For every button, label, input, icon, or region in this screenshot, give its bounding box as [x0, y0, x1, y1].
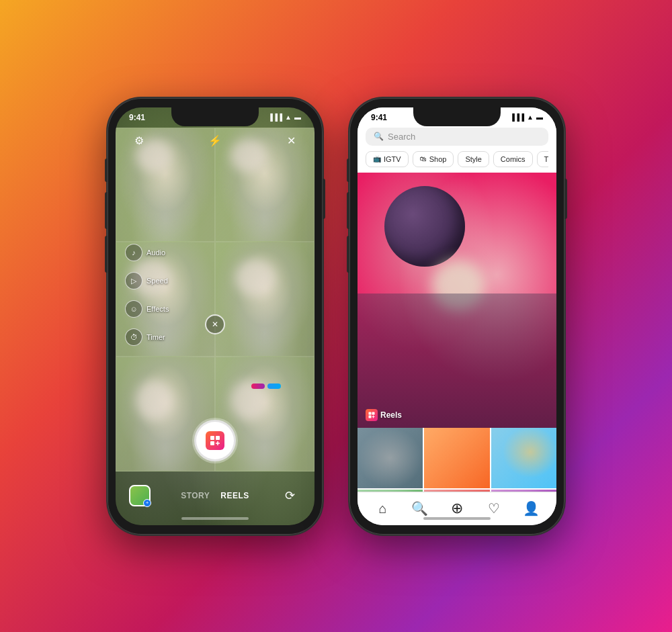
story-thumbnail: + — [129, 485, 151, 506]
wifi-icon-right: ▲ — [527, 114, 534, 121]
time-left: 9:41 — [129, 113, 145, 122]
search-placeholder: Search — [388, 132, 415, 142]
tv-movies-label: TV & Movie — [544, 155, 548, 163]
filter-tabs: 📺 IGTV 🛍 Shop Style Comics TV & Movie — [366, 151, 548, 173]
speed-icon: ▷ — [125, 272, 142, 289]
profile-button[interactable]: 👤 — [517, 495, 544, 522]
svg-rect-4 — [372, 412, 375, 414]
style-tab[interactable]: Style — [458, 151, 489, 167]
add-story-button[interactable]: + — [143, 499, 151, 507]
home-indicator-left — [181, 517, 249, 520]
igtv-label: IGTV — [384, 155, 401, 163]
svg-rect-2 — [210, 441, 214, 445]
timer-tool[interactable]: ⏱ Timer — [125, 328, 169, 346]
timer-label: Timer — [146, 333, 165, 341]
power-button-right[interactable] — [564, 179, 567, 219]
reels-tab[interactable]: REELS — [220, 491, 249, 500]
thumb-6[interactable] — [491, 490, 556, 492]
settings-button[interactable]: ⚙ — [129, 131, 149, 151]
notch — [171, 107, 259, 126]
thumbnail-grid — [358, 428, 556, 492]
reels-small-icon — [366, 409, 378, 421]
mute-button-right[interactable] — [347, 159, 349, 182]
svg-rect-1 — [216, 436, 220, 440]
effects-icon: ☺ — [125, 300, 142, 318]
effects-tool[interactable]: ☺ Effects — [125, 300, 169, 318]
camera-mode-tabs: STORY REELS — [181, 491, 249, 500]
battery-icon-right: ▬ — [536, 114, 543, 121]
close-camera-button[interactable]: ✕ — [281, 131, 301, 151]
featured-reels-image[interactable]: Reels — [358, 173, 556, 428]
home-nav-button[interactable]: ⌂ — [370, 495, 396, 522]
story-tab[interactable]: STORY — [181, 491, 210, 500]
status-icons-right: ▐▐▐ ▲ ▬ — [510, 114, 543, 121]
volume-down-button-right[interactable] — [347, 236, 349, 273]
explore-content: Reels — [358, 173, 556, 492]
audio-tool[interactable]: ♪ Audio — [125, 244, 169, 261]
close-icon: ✕ — [287, 134, 296, 147]
signal-icon-right: ▐▐▐ — [510, 114, 524, 121]
effects-label: Effects — [146, 305, 169, 313]
color-swipes — [251, 383, 281, 389]
record-button[interactable] — [194, 420, 236, 461]
camera-screen: 9:41 ▐▐▐ ▲ ▬ — [116, 107, 314, 525]
shop-tab[interactable]: 🛍 Shop — [413, 151, 454, 167]
right-phone: 9:41 ▐▐▐ ▲ ▬ 🔍 Search 📺 IGTV — [349, 98, 564, 535]
audio-label: Audio — [146, 249, 165, 257]
shop-icon: 🛍 — [420, 155, 427, 163]
svg-rect-5 — [369, 415, 372, 418]
notch-right — [413, 107, 501, 126]
volume-up-button[interactable] — [105, 192, 108, 229]
home-indicator-right — [423, 517, 491, 520]
thumb-4[interactable] — [358, 490, 423, 492]
mute-button[interactable] — [105, 159, 108, 182]
basketball-shape — [384, 186, 465, 267]
volume-down-button[interactable] — [105, 236, 108, 273]
thumb-5[interactable] — [424, 490, 489, 492]
battery-icon: ▬ — [294, 114, 301, 121]
time-right: 9:41 — [371, 113, 387, 122]
side-tools-panel: ♪ Audio ▷ Speed ☺ Effects ⏱ Timer — [125, 244, 169, 346]
flash-button[interactable]: ⚡ — [205, 131, 225, 151]
reels-text: Reels — [380, 410, 402, 420]
color-dot-pink — [251, 383, 265, 389]
audio-icon: ♪ — [125, 244, 142, 261]
tv-movies-tab[interactable]: TV & Movie — [537, 151, 548, 167]
right-phone-screen: 9:41 ▐▐▐ ▲ ▬ 🔍 Search 📺 IGTV — [358, 107, 556, 525]
explore-header: 🔍 Search 📺 IGTV 🛍 Shop Style — [358, 125, 556, 173]
thumb-1[interactable] — [358, 428, 423, 488]
comics-tab[interactable]: Comics — [493, 151, 533, 167]
search-nav-icon: 🔍 — [411, 500, 428, 516]
signal-icon: ▐▐▐ — [268, 114, 282, 121]
style-label: Style — [465, 155, 481, 163]
igtv-tab[interactable]: 📺 IGTV — [366, 151, 409, 167]
profile-icon: 👤 — [523, 500, 540, 516]
power-button[interactable] — [323, 179, 325, 219]
settings-icon: ⚙ — [134, 134, 144, 147]
discard-button[interactable]: ✕ — [205, 314, 225, 334]
volume-up-button-right[interactable] — [347, 192, 349, 229]
search-bar[interactable]: 🔍 Search — [366, 128, 548, 146]
add-icon: ⊕ — [451, 500, 463, 517]
heart-icon: ♡ — [488, 500, 500, 516]
home-icon: ⌂ — [379, 501, 387, 516]
thumb-3[interactable] — [491, 428, 556, 488]
color-dot-blue — [267, 383, 281, 389]
record-area — [116, 420, 314, 461]
flip-camera-button[interactable]: ⟳ — [280, 485, 301, 506]
speed-tool[interactable]: ▷ Speed — [125, 272, 169, 289]
camera-controls-top: ⚙ ⚡ ✕ — [116, 131, 314, 151]
camera-bottom-nav: + STORY REELS ⟳ — [116, 485, 314, 506]
reels-label: Reels — [366, 409, 402, 421]
left-phone-screen: 9:41 ▐▐▐ ▲ ▬ — [116, 107, 314, 525]
svg-rect-3 — [369, 412, 372, 414]
thumb-2[interactable] — [424, 428, 489, 488]
flash-icon: ⚡ — [208, 134, 222, 147]
wifi-icon: ▲ — [285, 114, 292, 121]
status-icons-left: ▐▐▐ ▲ ▬ — [268, 114, 301, 121]
explore-screen: 9:41 ▐▐▐ ▲ ▬ 🔍 Search 📺 IGTV — [358, 107, 556, 525]
speed-label: Speed — [146, 277, 168, 285]
x-icon: ✕ — [212, 320, 218, 329]
left-phone: 9:41 ▐▐▐ ▲ ▬ — [108, 98, 323, 535]
comics-label: Comics — [501, 155, 526, 163]
